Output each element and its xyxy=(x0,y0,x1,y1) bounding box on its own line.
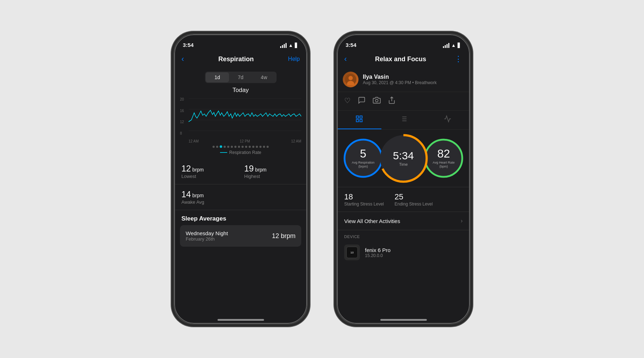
home-indicator-left[interactable] xyxy=(218,319,264,321)
time-label: Time xyxy=(399,162,408,166)
left-phone: 3:54 ▲ ▋ ‹ Respiration Help 1d 7d xyxy=(174,34,308,324)
dot xyxy=(227,146,229,148)
status-time-right: 3:54 xyxy=(346,42,356,48)
dot xyxy=(267,146,269,148)
metrics-section: 5 Avg Respiration(brpm) 5:34 Time xyxy=(337,130,470,187)
sleep-date: February 26th xyxy=(186,236,228,242)
chart-title: Today xyxy=(180,87,301,94)
user-section: Ilya Vasin Aug 30, 2021 @ 4:30 PM • Brea… xyxy=(337,68,470,92)
tab-chart[interactable] xyxy=(337,111,381,129)
sleep-night: Wednesday Night xyxy=(186,230,228,236)
heartrate-value: 82 xyxy=(437,148,450,159)
stat-lowest-value: 12 brpm xyxy=(181,164,237,174)
dot xyxy=(213,146,215,148)
screen-left: ‹ Respiration Help 1d 7d 4w Today 20 16 xyxy=(174,50,307,311)
watch-number: 10 xyxy=(351,251,354,254)
device-row: 10 fenix 6 Pro 15.20.0.0 xyxy=(337,241,470,264)
svg-rect-12 xyxy=(360,120,362,122)
device-section-label: DEVICE xyxy=(337,230,470,241)
svg-point-5 xyxy=(348,76,353,80)
tab-activity[interactable] xyxy=(425,111,470,129)
x-label-12am: 12 AM xyxy=(189,139,199,143)
status-time-left: 3:54 xyxy=(183,42,194,48)
sleep-card-left: Wednesday Night February 26th xyxy=(186,230,228,242)
stress-start-label: Starting Stress Level xyxy=(344,202,384,207)
stat-lowest: 12 brpm Lowest xyxy=(181,164,237,179)
stat-highest-value: 19 brpm xyxy=(244,164,300,174)
chart-legend: Respiration Rate xyxy=(180,150,301,155)
time-circle-inner: 5:34 Time xyxy=(377,132,429,184)
tab-bar xyxy=(337,111,470,130)
segment-4w[interactable]: 4w xyxy=(252,72,275,82)
screen-right: ‹ Relax and Focus ⋮ Ilya Vasin Aug 30, 2… xyxy=(337,50,470,311)
action-icons-row: ♡ xyxy=(337,92,470,111)
chevron-right-icon: › xyxy=(461,218,463,224)
stress-start: 18 Starting Stress Level xyxy=(344,192,384,207)
activity-tab-icon xyxy=(444,115,452,123)
nav-bar-right: ‹ Relax and Focus ⋮ xyxy=(337,50,470,68)
stat-highest: 19 brpm Highest xyxy=(244,164,300,179)
segment-7d[interactable]: 7d xyxy=(229,72,252,82)
view-all-text: View All Other Activities xyxy=(344,218,400,224)
segment-1d[interactable]: 1d xyxy=(206,72,229,82)
y-label-16: 16 xyxy=(180,109,184,113)
dot xyxy=(252,146,254,148)
user-meta: Aug 30, 2021 @ 4:30 PM • Breathwork xyxy=(363,80,464,85)
camera-icon[interactable] xyxy=(373,96,381,106)
svg-rect-11 xyxy=(356,120,358,122)
like-icon[interactable]: ♡ xyxy=(344,96,351,106)
share-icon[interactable] xyxy=(388,96,396,106)
wifi-icon-right: ▲ xyxy=(451,43,456,48)
time-value: 5:34 xyxy=(393,150,414,161)
heartrate-label: Avg Heart Rate(bpm) xyxy=(433,161,454,169)
avatar xyxy=(343,72,358,87)
notch xyxy=(212,34,269,45)
more-options-button[interactable]: ⋮ xyxy=(454,54,463,64)
stress-end-value: 25 xyxy=(395,192,433,202)
device-name: fenix 6 Pro xyxy=(365,247,391,253)
stress-start-value: 18 xyxy=(344,192,384,202)
wifi-icon: ▲ xyxy=(288,43,293,48)
stat-lowest-label: Lowest xyxy=(181,174,237,179)
sleep-section-title: Sleep Averages xyxy=(174,210,307,225)
segment-control: 1d 7d 4w xyxy=(205,72,277,83)
dot-active xyxy=(220,145,222,148)
y-label-20: 20 xyxy=(180,97,184,101)
nav-bar-left: ‹ Respiration Help xyxy=(174,50,307,68)
stress-section: 18 Starting Stress Level 25 Ending Stres… xyxy=(337,187,470,212)
x-label-12am2: 12 AM xyxy=(291,139,301,143)
sleep-value: 12 brpm xyxy=(272,232,296,240)
dot xyxy=(245,146,247,148)
comment-icon[interactable] xyxy=(358,96,366,106)
chart-container: 20 16 12 8 xyxy=(180,97,301,143)
time-circle: 5:34 Time xyxy=(377,132,429,184)
respiration-label: Avg Respiration(brpm) xyxy=(352,161,374,169)
chart-tab-icon xyxy=(355,115,363,123)
status-icons-right: ▲ ▋ xyxy=(443,43,461,48)
back-button-left[interactable]: ‹ xyxy=(181,54,184,64)
battery-icon: ▋ xyxy=(295,43,298,48)
dot xyxy=(249,146,251,148)
right-phone: 3:54 ▲ ▋ ‹ Relax and Focus ⋮ xyxy=(336,34,470,324)
respiration-value: 5 xyxy=(360,148,366,159)
stat-awake-value: 14 brpm xyxy=(181,189,300,199)
home-indicator-right[interactable] xyxy=(380,319,427,321)
signal-icon xyxy=(280,43,287,48)
sleep-card[interactable]: Wednesday Night February 26th 12 brpm xyxy=(180,225,301,247)
svg-rect-10 xyxy=(360,116,362,118)
user-info: Ilya Vasin Aug 30, 2021 @ 4:30 PM • Brea… xyxy=(363,74,464,85)
y-label-12: 12 xyxy=(180,120,184,124)
back-button-right[interactable]: ‹ xyxy=(344,54,347,64)
tab-list[interactable] xyxy=(381,111,426,129)
respiration-chart xyxy=(189,97,301,136)
dot xyxy=(216,146,218,148)
dot xyxy=(259,146,262,148)
svg-rect-9 xyxy=(356,116,358,118)
chart-dots xyxy=(180,145,301,148)
battery-icon-right: ▋ xyxy=(458,43,461,48)
stat-awake-label: Awake Avg xyxy=(181,199,300,205)
dot xyxy=(263,146,265,148)
user-name: Ilya Vasin xyxy=(363,74,464,80)
view-all-activities-row[interactable]: View All Other Activities › xyxy=(337,212,470,230)
help-button[interactable]: Help xyxy=(288,56,300,62)
